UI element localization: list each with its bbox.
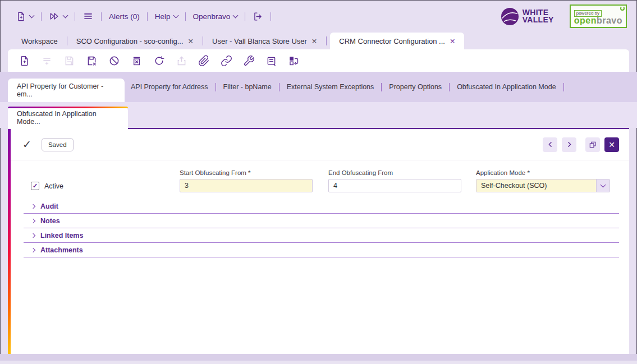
subtab-filter-bpname[interactable]: Filter - bpName [223,83,272,91]
save-icon [62,53,76,68]
close-icon: ✕ [608,140,615,149]
application-mode-select[interactable]: Self-Checkout (SCO) [476,179,610,192]
close-icon[interactable]: ✕ [188,37,194,45]
child-tab-strip: Obfuscated In Application Mode... [0,102,637,128]
section-notes[interactable]: Notes [24,214,619,228]
tab-user[interactable]: User - Vall Blanca Store User ✕ [207,33,323,49]
logout-button[interactable] [253,11,263,22]
footer-strip [0,354,637,361]
menu-separator [245,12,245,21]
start-obfuscating-input[interactable] [180,179,313,192]
openbravo-bravo: bravo [597,16,622,25]
maximize-restore-button[interactable] [585,137,600,152]
subtab-separator [279,83,279,91]
section-linked-items[interactable]: Linked Items [24,228,619,243]
window-tab-bar: Workspace SCO Configuration - sco-config… [0,33,637,49]
chevron-down-icon [233,12,239,18]
logout-icon [253,11,263,22]
switch-view-icon[interactable] [286,53,301,68]
fast-forward-icon [49,11,60,22]
subtab-external-system-exceptions[interactable]: External System Exceptions [287,83,374,91]
close-icon[interactable]: ✕ [450,37,455,45]
subtab-property-options[interactable]: Property Options [389,83,442,91]
form-sections: Audit Notes Linked Items Attachments [24,199,619,257]
top-menu-bar: Alerts (0) Help Openbravo [0,0,637,33]
alerts-menu[interactable]: Alerts (0) [109,12,140,21]
quick-launch-menu[interactable] [49,11,67,22]
chevron-down-icon [63,12,68,18]
chevron-right-icon [31,218,35,223]
refresh-icon[interactable] [152,53,166,68]
tab-workspace[interactable]: Workspace [16,33,63,49]
section-notes-label: Notes [40,217,60,225]
subtab-active-label: API Property for Customer - em... [17,82,116,98]
close-icon[interactable]: ✕ [311,37,317,45]
subtab-api-property-customer-active[interactable]: API Property for Customer - em... [8,79,125,102]
record-form-panel: ✓ Saved ✕ [8,128,629,354]
alerts-label: Alerts (0) [109,12,140,21]
start-obfuscating-label: Start Obfuscating From * [180,169,328,176]
record-toolbar [8,49,629,72]
tab-separator [326,36,327,45]
subtab-obfuscated-in-application-mode[interactable]: Obfuscated In Application Mode [457,83,556,91]
record-tab-strip: API Property for Customer - em... API Pr… [0,72,637,102]
subtab-api-property-address[interactable]: API Property for Address [131,83,208,91]
link-icon[interactable] [219,53,233,68]
footer-strip-light [0,361,637,364]
previous-record-button[interactable] [543,137,557,152]
attachment-icon[interactable] [196,53,211,68]
application-window: Alerts (0) Help Openbravo [0,0,637,364]
cancel-icon[interactable] [107,53,121,68]
help-menu[interactable]: Help [155,12,178,21]
new-document-icon[interactable] [17,53,31,68]
openbravo-open: open [574,16,597,25]
active-checkbox[interactable]: ✓ [31,182,39,190]
tab-crm-label: CRM Connector Configuration ... [339,37,445,45]
user-menu[interactable]: Openbravo [193,12,238,21]
accent-gradient-bar [8,129,11,354]
application-mode-label: Application Mode * [476,169,617,176]
active-label: Active [44,182,63,190]
saved-check-icon: ✓ [22,138,31,151]
section-audit[interactable]: Audit [24,199,619,214]
white-valley-icon [501,7,519,26]
export-icon [174,53,189,68]
active-checkbox-row[interactable]: ✓ Active [31,182,180,190]
select-dropdown-button[interactable] [596,179,609,192]
status-bar: ✓ Saved ✕ [8,129,629,160]
help-label: Help [155,12,171,21]
openbravo-logo: powered by openbravo [570,4,627,28]
delete-icon[interactable] [129,53,144,68]
childtab-obfuscated-active[interactable]: Obfuscated In Application Mode... [8,107,128,129]
close-form-button[interactable]: ✕ [604,137,619,152]
save-discard-icon[interactable] [84,53,99,68]
new-row-icon [39,53,54,68]
chevron-right-icon [31,233,35,237]
new-document-menu[interactable] [16,11,34,22]
menu-separator [75,12,75,21]
section-linked-items-label: Linked Items [40,232,83,239]
end-obfuscating-input[interactable] [328,179,461,192]
section-attachments[interactable]: Attachments [24,243,619,257]
tab-crm-connector-active[interactable]: CRM Connector Configuration ... ✕ [330,33,464,49]
openbravo-swirl-icon [620,6,625,11]
subtab-separator [449,83,450,91]
new-document-icon [16,11,26,22]
form-view-icon[interactable] [264,53,278,68]
user-menu-label: Openbravo [193,12,231,21]
childtab-label: Obfuscated In Application Mode... [17,110,119,126]
menu-separator [185,12,186,21]
next-record-button[interactable] [562,137,576,152]
tab-workspace-label: Workspace [21,37,58,45]
tab-sco-configuration[interactable]: SCO Configuration - sco-config... ✕ [71,33,199,49]
company-name-line2: VALLEY [523,16,554,24]
form-fields-row: ✓ Active Start Obfuscating From * End Ob… [8,160,629,198]
status-badge: Saved [42,138,74,151]
tools-icon[interactable] [241,53,256,68]
menu-separator [101,12,102,21]
application-mode-value: Self-Checkout (SCO) [476,179,596,192]
chevron-down-icon [173,12,178,18]
chevron-down-icon [601,182,606,188]
tab-separator [203,36,203,45]
hamburger-menu[interactable] [83,11,94,22]
